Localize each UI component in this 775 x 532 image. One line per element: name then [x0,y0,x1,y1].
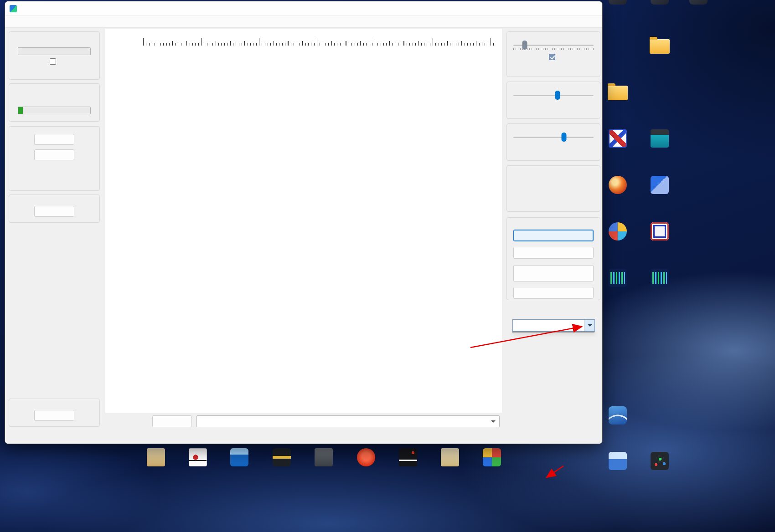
audio-group [9,194,100,223]
desktop-icon-seatty[interactable] [597,176,638,196]
checkbox-checked-icon [549,54,555,60]
mic-spkr-slider[interactable] [513,132,594,143]
desktop-icon-st4001w[interactable] [388,448,429,468]
assistance-group [9,399,100,427]
desktop-icon-sdrsharp-qo100[interactable] [597,406,638,426]
desktop-icon-doozy[interactable] [261,448,302,468]
tab-strip [105,399,502,413]
menubar [5,16,602,28]
timesync-icon [609,222,627,240]
desktop-icon-dvb-s-gui[interactable] [597,83,638,102]
center-rx-button[interactable] [34,149,74,160]
waterfall-canvas[interactable] [140,46,496,392]
desktop-icon-i6ibe-mem[interactable] [678,0,719,6]
tqsl-icon [189,448,207,466]
get-help-button[interactable] [34,410,74,421]
desktop-icon-clock[interactable] [639,222,680,242]
desktop-icon-rs41tracker[interactable] [639,36,680,56]
desktop-icon-lan-link[interactable] [429,448,470,468]
slider-thumb[interactable] [561,133,566,142]
desktop-icon-freedv-210[interactable] [639,269,680,289]
snr-group [9,31,100,80]
clock-icon [651,222,669,240]
desktop-icon-orbitron[interactable] [597,0,638,6]
lan-link-icon [441,448,459,466]
slider-thumb[interactable] [555,91,560,100]
multipsk-icon [609,129,627,148]
chevron-down-icon [491,420,496,423]
app-icon [10,5,17,12]
desktop-icon-freedv[interactable] [597,269,638,289]
enable-checkbox[interactable] [507,54,600,60]
smooth-meteor-icon [609,452,627,470]
wxtoimg-icon [651,452,669,470]
desktop-icon-tqsl[interactable] [177,448,218,468]
orbitron-icon [609,0,627,5]
desktop-icon-pstrotator[interactable] [135,448,176,468]
bottom-combo[interactable] [196,415,500,427]
doozy-icon [273,448,291,466]
level-meter [18,107,91,114]
maximize-button[interactable] [560,1,581,15]
desktop-icon-wxtoimg[interactable] [639,452,680,472]
folder-icon [608,86,628,100]
wfview-icon [230,448,248,466]
control-group [506,217,600,300]
menu-tools[interactable] [20,20,28,23]
slider-thumb[interactable] [522,41,527,50]
chevron-down-icon [588,324,592,327]
freedv-icon [609,269,627,287]
menu-help[interactable] [30,20,38,23]
desktop-icon-ft991-link[interactable] [639,176,680,196]
desktop-icon-cs-9700[interactable] [303,448,344,468]
ft991-link-icon [651,176,669,194]
level-group [9,83,100,122]
desktop-icon-sdr-television[interactable] [639,129,680,149]
cs-9700-icon [315,448,333,466]
ptt-button[interactable] [513,287,594,299]
mode-group [506,165,600,212]
desktop-icon-icom-st4003w[interactable] [346,448,387,468]
pstrotator-icon [147,448,165,466]
st4001w-icon [399,448,417,466]
desktop-icon-multipsk[interactable] [597,129,638,149]
squelch-slider[interactable] [513,40,594,51]
sdrsharp-icon [609,406,627,425]
close-button[interactable] [581,1,602,15]
titlebar[interactable] [5,1,602,16]
desktop-icon-orbitron-meteor[interactable] [639,0,680,6]
voice-keyer-button[interactable] [513,265,594,281]
record-button[interactable] [34,206,74,217]
tx-attenuation-slider[interactable] [513,90,594,101]
desktop-icon-wfview[interactable] [219,448,260,468]
freq-axis-ticks [140,38,496,46]
folder-icon [650,39,670,54]
resync-button[interactable] [34,134,74,145]
icom-st4003w-icon [357,448,375,466]
tabs-scroll-right[interactable] [494,399,502,413]
client-area [5,28,602,444]
waterfall-panel [105,29,502,413]
combo-dropdown-button[interactable] [584,320,594,331]
desktop-icon-lanlink[interactable] [471,448,512,468]
desktop-icon-smooth-meteor[interactable] [597,452,638,472]
freedv-210-icon [651,269,669,287]
freq-dropdown-list [512,332,594,332]
mic-spkr-group [506,123,600,161]
slider-track [513,137,594,138]
clapperboard-icon [651,129,669,148]
minimize-button[interactable] [539,1,560,15]
checkbox-icon [50,58,56,65]
radio-freq-combo[interactable] [512,319,595,332]
freedv-window [5,1,603,444]
squelch-group [506,31,600,77]
slow-checkbox[interactable] [9,58,99,65]
menu-file[interactable] [10,20,18,23]
desktop-icon-timesync[interactable] [597,222,638,242]
tabs-scroll-left[interactable] [105,399,114,413]
switch-to-analog-button[interactable] [513,247,594,259]
orbitron-meteor-icon [651,0,669,5]
stop-modem-button[interactable] [513,230,594,241]
seatty-icon [609,176,627,194]
clear-button[interactable] [152,415,192,427]
